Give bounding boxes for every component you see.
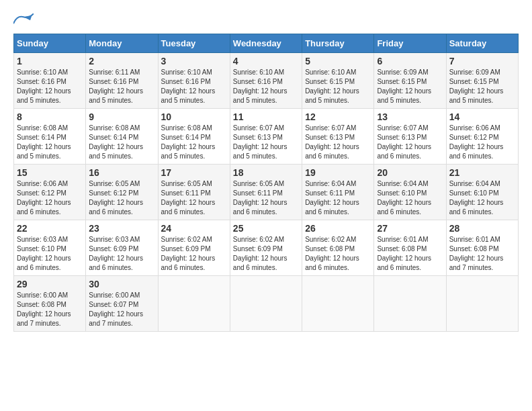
day-info: Sunrise: 6:02 AMSunset: 6:09 PMDaylight:…: [233, 235, 299, 273]
day-info: Sunrise: 6:07 AMSunset: 6:13 PMDaylight:…: [305, 124, 371, 161]
calendar-cell: 16Sunrise: 6:05 AMSunset: 6:12 PMDayligh…: [86, 165, 158, 220]
header-wednesday: Wednesday: [230, 34, 302, 53]
day-info: Sunrise: 6:05 AMSunset: 6:11 PMDaylight:…: [161, 179, 227, 217]
calendar-week-0: 1Sunrise: 6:10 AMSunset: 6:16 PMDaylight…: [14, 53, 519, 109]
calendar-cell: 12Sunrise: 6:07 AMSunset: 6:13 PMDayligh…: [302, 109, 374, 165]
day-number: 27: [377, 223, 443, 234]
day-number: 24: [161, 223, 227, 234]
day-info: Sunrise: 6:05 AMSunset: 6:12 PMDaylight:…: [89, 179, 154, 217]
day-number: 26: [305, 223, 371, 234]
day-info: Sunrise: 6:07 AMSunset: 6:13 PMDaylight:…: [377, 124, 443, 161]
day-info: Sunrise: 6:06 AMSunset: 6:12 PMDaylight:…: [449, 124, 515, 161]
calendar-cell: 19Sunrise: 6:04 AMSunset: 6:11 PMDayligh…: [302, 165, 374, 220]
calendar-cell: 25Sunrise: 6:02 AMSunset: 6:09 PMDayligh…: [230, 220, 302, 276]
header-monday: Monday: [86, 34, 158, 53]
day-info: Sunrise: 6:11 AMSunset: 6:16 PMDaylight:…: [89, 68, 154, 105]
day-number: 6: [377, 56, 443, 66]
day-number: 12: [305, 111, 371, 122]
day-info: Sunrise: 6:10 AMSunset: 6:16 PMDaylight:…: [17, 68, 83, 105]
calendar-cell: 30Sunrise: 6:00 AMSunset: 6:07 PMDayligh…: [86, 276, 158, 332]
day-info: Sunrise: 6:03 AMSunset: 6:09 PMDaylight:…: [89, 235, 154, 273]
day-number: 11: [233, 111, 299, 122]
calendar-cell: 29Sunrise: 6:00 AMSunset: 6:08 PMDayligh…: [14, 276, 86, 332]
day-info: Sunrise: 6:02 AMSunset: 6:09 PMDaylight:…: [161, 235, 227, 273]
logo-icon: [13, 13, 34, 26]
day-info: Sunrise: 6:09 AMSunset: 6:15 PMDaylight:…: [377, 68, 443, 105]
day-number: 14: [449, 111, 515, 122]
calendar-cell: 7Sunrise: 6:09 AMSunset: 6:15 PMDaylight…: [446, 53, 518, 109]
day-info: Sunrise: 6:00 AMSunset: 6:08 PMDaylight:…: [17, 291, 83, 328]
day-info: Sunrise: 6:07 AMSunset: 6:13 PMDaylight:…: [233, 124, 299, 161]
day-number: 13: [377, 111, 443, 122]
day-number: 3: [161, 56, 227, 66]
calendar-cell: [302, 276, 374, 332]
day-info: Sunrise: 6:08 AMSunset: 6:14 PMDaylight:…: [89, 124, 154, 161]
day-number: 29: [17, 279, 83, 289]
day-number: 18: [233, 167, 299, 178]
day-number: 15: [17, 167, 83, 178]
day-info: Sunrise: 6:09 AMSunset: 6:15 PMDaylight:…: [449, 68, 515, 105]
calendar-cell: 27Sunrise: 6:01 AMSunset: 6:08 PMDayligh…: [374, 220, 446, 276]
day-number: 1: [17, 56, 83, 66]
day-number: 7: [449, 56, 515, 66]
day-info: Sunrise: 6:10 AMSunset: 6:16 PMDaylight:…: [161, 68, 227, 105]
day-number: 19: [305, 167, 371, 178]
day-info: Sunrise: 6:06 AMSunset: 6:12 PMDaylight:…: [17, 179, 83, 217]
day-info: Sunrise: 6:04 AMSunset: 6:10 PMDaylight:…: [377, 179, 443, 217]
calendar-cell: 20Sunrise: 6:04 AMSunset: 6:10 PMDayligh…: [374, 165, 446, 220]
day-info: Sunrise: 6:03 AMSunset: 6:10 PMDaylight:…: [17, 235, 83, 273]
day-number: 20: [377, 167, 443, 178]
calendar-week-3: 22Sunrise: 6:03 AMSunset: 6:10 PMDayligh…: [14, 220, 519, 276]
calendar-cell: 8Sunrise: 6:08 AMSunset: 6:14 PMDaylight…: [14, 109, 86, 165]
calendar-cell: 10Sunrise: 6:08 AMSunset: 6:14 PMDayligh…: [158, 109, 230, 165]
day-info: Sunrise: 6:10 AMSunset: 6:16 PMDaylight:…: [233, 68, 299, 105]
day-info: Sunrise: 6:00 AMSunset: 6:07 PMDaylight:…: [89, 291, 154, 328]
day-number: 22: [17, 223, 83, 234]
header: [13, 13, 519, 27]
calendar-cell: 11Sunrise: 6:07 AMSunset: 6:13 PMDayligh…: [230, 109, 302, 165]
calendar-cell: 2Sunrise: 6:11 AMSunset: 6:16 PMDaylight…: [86, 53, 158, 109]
day-number: 28: [449, 223, 515, 234]
calendar-cell: 23Sunrise: 6:03 AMSunset: 6:09 PMDayligh…: [86, 220, 158, 276]
calendar-cell: 22Sunrise: 6:03 AMSunset: 6:10 PMDayligh…: [14, 220, 86, 276]
calendar-cell: 28Sunrise: 6:01 AMSunset: 6:08 PMDayligh…: [446, 220, 518, 276]
day-number: 17: [161, 167, 227, 178]
calendar-table: SundayMondayTuesdayWednesdayThursdayFrid…: [13, 34, 519, 332]
day-info: Sunrise: 6:01 AMSunset: 6:08 PMDaylight:…: [377, 235, 443, 273]
day-number: 9: [89, 111, 154, 122]
day-info: Sunrise: 6:01 AMSunset: 6:08 PMDaylight:…: [449, 235, 515, 273]
calendar-cell: 1Sunrise: 6:10 AMSunset: 6:16 PMDaylight…: [14, 53, 86, 109]
day-info: Sunrise: 6:10 AMSunset: 6:15 PMDaylight:…: [305, 68, 371, 105]
calendar-cell: 3Sunrise: 6:10 AMSunset: 6:16 PMDaylight…: [158, 53, 230, 109]
day-info: Sunrise: 6:05 AMSunset: 6:11 PMDaylight:…: [233, 179, 299, 217]
calendar-cell: 26Sunrise: 6:02 AMSunset: 6:08 PMDayligh…: [302, 220, 374, 276]
day-info: Sunrise: 6:08 AMSunset: 6:14 PMDaylight:…: [161, 124, 227, 161]
day-number: 2: [89, 56, 154, 66]
calendar-cell: 18Sunrise: 6:05 AMSunset: 6:11 PMDayligh…: [230, 165, 302, 220]
calendar-cell: 17Sunrise: 6:05 AMSunset: 6:11 PMDayligh…: [158, 165, 230, 220]
calendar-header-row: SundayMondayTuesdayWednesdayThursdayFrid…: [14, 34, 519, 53]
day-number: 8: [17, 111, 83, 122]
day-number: 21: [449, 167, 515, 178]
calendar-cell: [374, 276, 446, 332]
header-tuesday: Tuesday: [158, 34, 230, 53]
header-friday: Friday: [374, 34, 446, 53]
calendar-cell: 6Sunrise: 6:09 AMSunset: 6:15 PMDaylight…: [374, 53, 446, 109]
calendar-cell: 5Sunrise: 6:10 AMSunset: 6:15 PMDaylight…: [302, 53, 374, 109]
calendar-week-2: 15Sunrise: 6:06 AMSunset: 6:12 PMDayligh…: [14, 165, 519, 220]
calendar-cell: 13Sunrise: 6:07 AMSunset: 6:13 PMDayligh…: [374, 109, 446, 165]
calendar-week-4: 29Sunrise: 6:00 AMSunset: 6:08 PMDayligh…: [14, 276, 519, 332]
day-number: 5: [305, 56, 371, 66]
calendar-cell: 21Sunrise: 6:04 AMSunset: 6:10 PMDayligh…: [446, 165, 518, 220]
logo: [13, 13, 34, 27]
day-info: Sunrise: 6:02 AMSunset: 6:08 PMDaylight:…: [305, 235, 371, 273]
header-thursday: Thursday: [302, 34, 374, 53]
day-number: 4: [233, 56, 299, 66]
day-info: Sunrise: 6:04 AMSunset: 6:11 PMDaylight:…: [305, 179, 371, 217]
calendar-cell: [230, 276, 302, 332]
calendar-cell: 4Sunrise: 6:10 AMSunset: 6:16 PMDaylight…: [230, 53, 302, 109]
calendar-cell: 14Sunrise: 6:06 AMSunset: 6:12 PMDayligh…: [446, 109, 518, 165]
calendar-cell: 24Sunrise: 6:02 AMSunset: 6:09 PMDayligh…: [158, 220, 230, 276]
header-sunday: Sunday: [14, 34, 86, 53]
day-number: 25: [233, 223, 299, 234]
